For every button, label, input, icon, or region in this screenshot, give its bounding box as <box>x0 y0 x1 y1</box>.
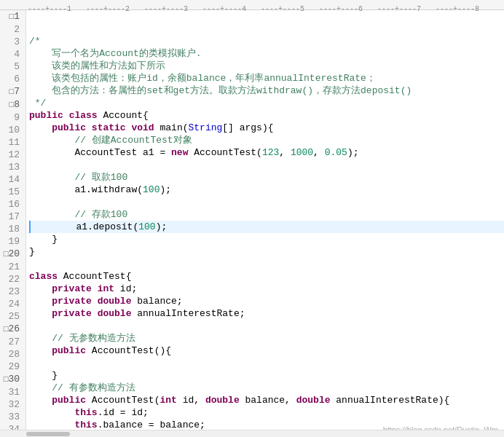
token: 100 <box>143 184 160 195</box>
token: 1000 <box>291 147 313 158</box>
token: public <box>52 122 86 133</box>
code-line-27 <box>29 357 504 369</box>
token: private <box>52 283 92 294</box>
line-number-23: 23 <box>3 286 23 298</box>
fold-icon-26[interactable]: □ <box>4 325 9 334</box>
code-line-31: this.id = id; <box>29 406 504 419</box>
fold-icon-8[interactable]: □ <box>9 101 15 109</box>
code-content[interactable]: /* 写一个名为Account的类模拟账户. 该类的属性和方法如下所示 该类包括… <box>26 10 504 437</box>
line-number-4: 4 <box>3 48 23 60</box>
line-number-11: 11 <box>3 136 23 149</box>
token <box>92 308 98 319</box>
token: 该类的属性和方法如下所示 <box>29 60 165 71</box>
code-line-30: public AccountTest(int id, double balanc… <box>29 394 504 406</box>
code-area: □123456□7□8910111213141516171819□2021222… <box>0 10 504 437</box>
token: public <box>52 345 86 356</box>
token: public <box>52 395 86 406</box>
code-line-21: private int id; <box>29 283 504 295</box>
code-line-4: 该类包括的属性：账户id，余额balance，年利率annualInterest… <box>29 72 504 84</box>
line-number-2: 2 <box>3 23 23 36</box>
line-number-14: 14 <box>3 173 23 186</box>
token: ); <box>160 184 171 195</box>
token: /* <box>29 36 41 47</box>
fold-icon-30[interactable]: □ <box>4 375 9 384</box>
token: AccountTest( <box>188 147 261 158</box>
line-number-3: 3 <box>3 36 23 48</box>
token: class <box>69 110 98 121</box>
token: this <box>74 407 97 418</box>
code-line-23: private double annualInterestRate; <box>29 307 504 320</box>
ruler-mark-3: ----+----3 <box>144 5 188 13</box>
line-number-10: 10 <box>3 124 23 136</box>
token: public <box>29 110 63 121</box>
token: // 有参数构造方法 <box>29 382 135 393</box>
scrollbar-horizontal[interactable] <box>0 430 504 437</box>
token: static <box>92 122 126 133</box>
line-number-22: 22 <box>3 273 23 286</box>
token: int <box>98 283 114 294</box>
code-line-10: AccountTest a1 = new AccountTest(123, 10… <box>29 146 504 159</box>
token: 写一个名为Account的类模拟账户. <box>29 48 202 59</box>
line-number-21: 21 <box>3 261 23 273</box>
token <box>63 110 69 121</box>
code-line-8: public static void main(String[] args){ <box>29 122 504 134</box>
fold-icon-1[interactable]: □ <box>9 12 15 21</box>
scrollbar-thumb[interactable] <box>26 432 70 436</box>
token <box>29 345 52 356</box>
token <box>92 296 98 307</box>
fold-icon-7[interactable]: □ <box>9 87 15 96</box>
token: AccountTest( <box>86 395 160 406</box>
line-number-18: 18 <box>3 223 23 235</box>
line-number-17: 17 <box>3 210 23 223</box>
token <box>29 308 52 319</box>
line-number-26: □26 <box>3 323 23 336</box>
token: , <box>313 147 325 158</box>
code-line-22: private double balance; <box>29 295 504 307</box>
line-number-7: □7 <box>3 85 23 98</box>
code-line-14 <box>29 196 504 208</box>
line-number-20: □20 <box>3 248 23 261</box>
token: a1.withdraw( <box>29 184 143 195</box>
code-line-5: 包含的方法：各属性的set和get方法。取款方法withdraw()，存款方法d… <box>29 84 504 97</box>
code-line-26: public AccountTest(){ <box>29 345 504 357</box>
code-line-1: /* <box>29 35 504 47</box>
token: // 无参数构造方法 <box>29 333 135 344</box>
token: String <box>189 122 223 133</box>
line-number-25: 25 <box>3 310 23 323</box>
token: // 创建AccountTest对象 <box>29 135 192 146</box>
code-line-12: // 取款100 <box>29 171 504 184</box>
ruler-mark-5: ----+----5 <box>261 5 304 13</box>
token: double <box>98 296 132 307</box>
token: , <box>279 147 291 158</box>
line-number-13: 13 <box>3 161 23 173</box>
token: AccountTest{ <box>58 271 131 282</box>
token: id, <box>177 395 205 406</box>
code-line-11 <box>29 159 504 171</box>
token: 0.05 <box>325 147 347 158</box>
ruler-mark-4: ----+----4 <box>202 5 246 13</box>
token: balance; <box>131 296 182 307</box>
token <box>29 407 74 418</box>
line-number-1: □1 <box>3 10 23 23</box>
code-line-16: a1.deposit(100); <box>29 221 504 233</box>
fold-icon-20[interactable]: □ <box>4 250 9 259</box>
token: double <box>205 395 240 406</box>
line-number-19: 19 <box>3 235 23 248</box>
token: AccountTest a1 = <box>29 147 171 158</box>
code-line-24 <box>29 320 504 332</box>
token: id; <box>114 283 137 294</box>
line-number-16: 16 <box>3 198 23 210</box>
token: */ <box>29 98 46 109</box>
token: class <box>29 271 58 282</box>
token: 100 <box>138 221 155 232</box>
token: .id = id; <box>98 407 149 418</box>
token <box>29 420 74 430</box>
code-line-18: } <box>29 245 504 258</box>
line-numbers: □123456□7□8910111213141516171819□2021222… <box>0 10 26 437</box>
line-number-24: 24 <box>3 298 23 310</box>
token: annualInterestRate){ <box>331 395 450 406</box>
ruler-mark-1: ----+----1 <box>28 5 71 13</box>
line-number-32: 32 <box>3 398 23 411</box>
code-line-15: // 存款100 <box>29 208 504 221</box>
token: } <box>29 234 58 245</box>
